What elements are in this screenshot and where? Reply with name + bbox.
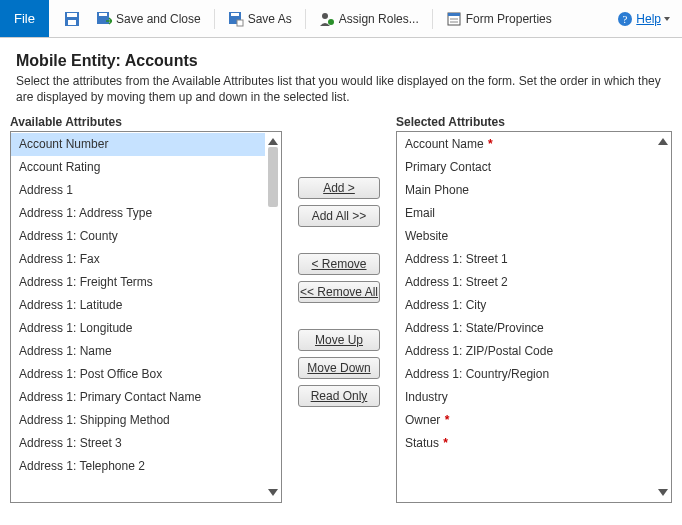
list-item[interactable]: Address 1: Address Type	[11, 202, 265, 225]
instructions-text: Select the attributes from the Available…	[16, 74, 666, 105]
list-item[interactable]: Website	[397, 225, 655, 248]
scroll-down-arrow[interactable]	[658, 489, 668, 496]
save-close-icon	[96, 11, 112, 27]
list-item[interactable]: Email	[397, 202, 655, 225]
scroll-thumb[interactable]	[268, 147, 278, 207]
svg-text:?: ?	[623, 13, 628, 25]
list-item[interactable]: Status *	[397, 432, 655, 455]
help-icon: ?	[617, 11, 633, 27]
list-item[interactable]: Address 1: Primary Contact Name	[11, 386, 265, 409]
list-item[interactable]: Primary Contact	[397, 156, 655, 179]
available-list-inner: Account NumberAccount RatingAddress 1Add…	[11, 132, 265, 502]
svg-rect-6	[231, 13, 239, 16]
scroll-down-arrow[interactable]	[268, 489, 278, 496]
toolbar: File Save and Close Save As Assign Roles…	[0, 0, 682, 38]
required-indicator: *	[440, 436, 448, 450]
form-properties-button[interactable]: Form Properties	[441, 8, 557, 30]
scroll-up-arrow[interactable]	[268, 138, 278, 145]
list-item[interactable]: Address 1: Street 2	[397, 271, 655, 294]
add-button[interactable]: Add >	[298, 177, 380, 199]
list-item[interactable]: Address 1: Freight Terms	[11, 271, 265, 294]
add-all-button[interactable]: Add All >>	[298, 205, 380, 227]
save-button[interactable]	[59, 8, 85, 30]
header-block: Mobile Entity: Accounts Select the attri…	[0, 38, 682, 113]
scroll-track[interactable]	[265, 145, 281, 489]
selected-header: Selected Attributes	[396, 113, 672, 131]
remove-all-button[interactable]: << Remove All	[298, 281, 380, 303]
list-item[interactable]: Owner *	[397, 409, 655, 432]
selected-listbox[interactable]: Account Name *Primary ContactMain PhoneE…	[396, 131, 672, 503]
list-item[interactable]: Address 1: City	[397, 294, 655, 317]
save-as-button[interactable]: Save As	[223, 8, 297, 30]
list-item[interactable]: Account Rating	[11, 156, 265, 179]
svg-rect-1	[67, 13, 77, 17]
list-item[interactable]: Address 1: Name	[11, 340, 265, 363]
selected-column: Selected Attributes Account Name *Primar…	[396, 113, 672, 503]
move-up-button[interactable]: Move Up	[298, 329, 380, 351]
assign-roles-icon	[319, 11, 335, 27]
window: File Save and Close Save As Assign Roles…	[0, 0, 682, 525]
list-item[interactable]: Main Phone	[397, 179, 655, 202]
list-item[interactable]: Address 1: Fax	[11, 248, 265, 271]
svg-rect-7	[237, 20, 243, 26]
list-item[interactable]: Address 1: ZIP/Postal Code	[397, 340, 655, 363]
svg-point-9	[328, 19, 334, 25]
svg-rect-4	[99, 13, 107, 16]
scroll-up-arrow[interactable]	[658, 138, 668, 145]
form-properties-icon	[446, 11, 462, 27]
list-item[interactable]: Address 1: Street 1	[397, 248, 655, 271]
required-indicator: *	[441, 413, 449, 427]
scrollbar	[655, 132, 671, 502]
list-item[interactable]: Address 1	[11, 179, 265, 202]
list-item[interactable]: Address 1: Shipping Method	[11, 409, 265, 432]
attribute-editor: Available Attributes Account NumberAccou…	[0, 113, 682, 513]
read-only-button[interactable]: Read Only	[298, 385, 380, 407]
svg-point-8	[322, 13, 328, 19]
move-down-button[interactable]: Move Down	[298, 357, 380, 379]
available-header: Available Attributes	[10, 113, 282, 131]
list-item[interactable]: Account Name *	[397, 133, 655, 156]
save-and-close-button[interactable]: Save and Close	[91, 8, 206, 30]
save-icon	[64, 11, 80, 27]
list-item[interactable]: Address 1: Post Office Box	[11, 363, 265, 386]
save-as-label: Save As	[248, 12, 292, 26]
help-menu[interactable]: ? Help	[617, 11, 682, 27]
save-as-icon	[228, 11, 244, 27]
toolbar-separator	[432, 9, 433, 29]
svg-rect-11	[448, 13, 460, 16]
scrollbar	[265, 132, 281, 502]
available-listbox[interactable]: Account NumberAccount RatingAddress 1Add…	[10, 131, 282, 503]
scroll-track[interactable]	[655, 145, 671, 489]
toolbar-separator	[214, 9, 215, 29]
assign-roles-label: Assign Roles...	[339, 12, 419, 26]
svg-rect-2	[68, 20, 76, 25]
selected-list-inner: Account Name *Primary ContactMain PhoneE…	[397, 132, 655, 502]
remove-button[interactable]: < Remove	[298, 253, 380, 275]
page-title: Mobile Entity: Accounts	[16, 52, 666, 70]
form-properties-label: Form Properties	[466, 12, 552, 26]
list-item[interactable]: Address 1: Latitude	[11, 294, 265, 317]
required-indicator: *	[485, 137, 493, 151]
assign-roles-button[interactable]: Assign Roles...	[314, 8, 424, 30]
toolbar-command-group: Save and Close Save As Assign Roles... F…	[49, 8, 617, 30]
save-close-label: Save and Close	[116, 12, 201, 26]
chevron-down-icon	[664, 17, 670, 21]
list-item[interactable]: Address 1: Longitude	[11, 317, 265, 340]
available-column: Available Attributes Account NumberAccou…	[10, 113, 282, 503]
list-item[interactable]: Address 1: Telephone 2	[11, 455, 265, 478]
list-item[interactable]: Address 1: Street 3	[11, 432, 265, 455]
list-item[interactable]: Address 1: County	[11, 225, 265, 248]
list-item[interactable]: Address 1: Country/Region	[397, 363, 655, 386]
list-item[interactable]: Account Number	[11, 133, 265, 156]
file-menu-tab[interactable]: File	[0, 0, 49, 37]
toolbar-separator	[305, 9, 306, 29]
list-item[interactable]: Industry	[397, 386, 655, 409]
transfer-buttons-column: Add > Add All >> < Remove << Remove All …	[282, 113, 396, 503]
help-label: Help	[636, 12, 661, 26]
list-item[interactable]: Address 1: State/Province	[397, 317, 655, 340]
